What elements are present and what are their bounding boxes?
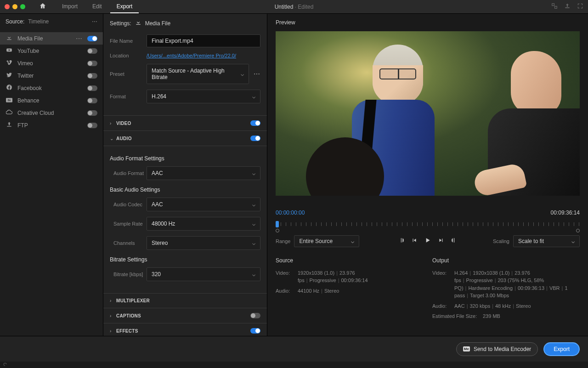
titlebar: Import Edit Export Untitled · Edited [0, 0, 588, 14]
out-point-handle[interactable] [576, 229, 580, 232]
tab-export[interactable]: Export [110, 0, 139, 13]
timecode-duration: 00:09:36:14 [551, 209, 580, 216]
audio-toggle[interactable] [250, 136, 260, 141]
source-info-head: Source [276, 257, 423, 264]
section-captions[interactable]: ›Captions [103, 308, 267, 323]
scaling-dropdown[interactable]: Scale to fit⌵ [513, 235, 580, 247]
timecode-current[interactable]: 00:00:00:00 [276, 209, 305, 216]
section-effects[interactable]: ›Effects [103, 323, 267, 336]
sample-rate-dropdown[interactable]: 48000 Hz⌵ [147, 217, 260, 231]
destination-facebook[interactable]: Facebook [0, 82, 103, 94]
section-video[interactable]: › Video [103, 115, 267, 130]
source-video-key: Video: [276, 269, 298, 284]
destination-label: Twitter [17, 73, 83, 79]
share-icon[interactable] [564, 3, 571, 11]
preview-video[interactable] [276, 31, 580, 196]
playhead-icon[interactable] [276, 221, 279, 227]
scaling-label: Scaling [493, 238, 509, 244]
timeline-scrubber[interactable] [276, 220, 580, 231]
document-title: Untitled · Edited [275, 4, 314, 10]
svg-rect-1 [555, 6, 557, 9]
output-info-head: Output [432, 257, 580, 264]
play-icon[interactable] [424, 237, 431, 245]
video-toggle[interactable] [250, 120, 260, 126]
workspace-icon[interactable] [551, 3, 558, 11]
destination-creative-cloud[interactable]: Creative Cloud [0, 107, 103, 119]
behance-icon: Bē [6, 97, 13, 104]
location-link[interactable]: /Users/...ents/Adobe/Premiere Pro/22.0/ [147, 53, 236, 58]
output-audio-info: AAC|320 kbps|48 kHz|Stereo [454, 302, 580, 310]
preview-panel: Preview 00:00:00:00 00:09:36:14 Range En… [267, 14, 588, 336]
statusbar [0, 362, 588, 368]
basic-audio-settings-head: Basic Audio Settings [110, 187, 260, 193]
destination-twitter[interactable]: Twitter [0, 69, 103, 82]
tab-edit[interactable]: Edit [86, 0, 108, 13]
fullscreen-icon[interactable] [577, 3, 583, 11]
range-label: Range [276, 238, 290, 244]
close-window-icon[interactable] [5, 4, 10, 9]
destination-more-icon[interactable]: ⋯ [76, 35, 83, 42]
output-audio-key: Audio: [432, 302, 454, 310]
maximize-window-icon[interactable] [20, 4, 25, 9]
preset-more-icon[interactable]: ⋯ [254, 70, 260, 78]
effects-toggle[interactable] [250, 328, 260, 334]
mark-in-icon[interactable] [398, 237, 405, 245]
destination-label: FTP [17, 122, 83, 129]
home-button[interactable] [39, 2, 46, 11]
chevron-down-icon: ⌵ [241, 71, 244, 77]
step-back-icon[interactable] [411, 237, 418, 245]
vimeo-icon [6, 59, 13, 67]
minimize-window-icon[interactable] [12, 4, 17, 9]
settings-destination-name: Media File [145, 20, 170, 27]
in-point-handle[interactable] [276, 229, 279, 232]
send-to-media-encoder-button[interactable]: MeSend to Media Encoder [456, 342, 538, 356]
chevron-down-icon: ⌵ [252, 93, 255, 100]
channels-dropdown[interactable]: Stereo⌵ [147, 236, 260, 250]
destination-toggle[interactable] [87, 123, 97, 128]
youtube-icon [6, 47, 13, 55]
source-more-icon[interactable]: ⋯ [92, 18, 97, 25]
output-video-key: Video: [432, 269, 454, 300]
source-selector[interactable]: Source: Timeline ⋯ [0, 14, 103, 29]
destinations-sidebar: Source: Timeline ⋯ Media File ⋯ YouTube … [0, 14, 103, 336]
destination-label: Creative Cloud [17, 110, 83, 116]
preset-dropdown[interactable]: Match Source - Adaptive High Bitrate⌵ [147, 64, 249, 84]
range-dropdown[interactable]: Entire Source⌵ [294, 235, 359, 247]
settings-panel: Settings: Media File File Name Location … [103, 14, 267, 336]
section-multiplexer[interactable]: ›Multiplexer [103, 293, 267, 308]
destination-toggle[interactable] [87, 48, 97, 54]
file-name-label: File Name [110, 38, 147, 44]
format-dropdown[interactable]: H.264⌵ [147, 90, 260, 103]
tab-import[interactable]: Import [56, 0, 84, 13]
destination-ftp[interactable]: FTP [0, 119, 103, 131]
section-audio[interactable]: ⌄ Audio [103, 130, 267, 146]
destination-toggle[interactable] [87, 98, 97, 103]
svg-rect-0 [552, 4, 554, 6]
source-audio-info: 44100 Hz|Stereo [298, 287, 423, 295]
sync-icon[interactable] [3, 362, 7, 368]
destination-label: Vimeo [17, 60, 83, 67]
bitrate-dropdown[interactable]: 320⌵ [147, 267, 260, 281]
file-name-input[interactable] [147, 34, 260, 47]
destination-toggle[interactable] [87, 61, 97, 66]
destination-toggle[interactable] [87, 85, 97, 91]
destination-label: YouTube [17, 48, 83, 54]
destination-vimeo[interactable]: Vimeo [0, 57, 103, 69]
destination-media-file[interactable]: Media File ⋯ [0, 32, 103, 45]
location-label: Location [110, 53, 147, 58]
destination-toggle[interactable] [87, 36, 97, 41]
preset-label: Preset [110, 71, 147, 77]
step-forward-icon[interactable] [438, 237, 444, 245]
bitrate-label: Bitrate [kbps] [110, 272, 147, 277]
audio-codec-dropdown[interactable]: AAC⌵ [147, 198, 260, 211]
destination-behance[interactable]: Bē Behance [0, 94, 103, 107]
destination-toggle[interactable] [87, 73, 97, 79]
export-button[interactable]: Export [543, 342, 580, 356]
mark-out-icon[interactable] [451, 237, 457, 245]
audio-format-dropdown[interactable]: AAC⌵ [147, 166, 260, 180]
captions-toggle[interactable] [250, 313, 260, 318]
destination-toggle[interactable] [87, 110, 97, 116]
destination-youtube[interactable]: YouTube [0, 45, 103, 57]
destination-label: Facebook [17, 85, 83, 91]
ftp-icon [6, 121, 13, 129]
